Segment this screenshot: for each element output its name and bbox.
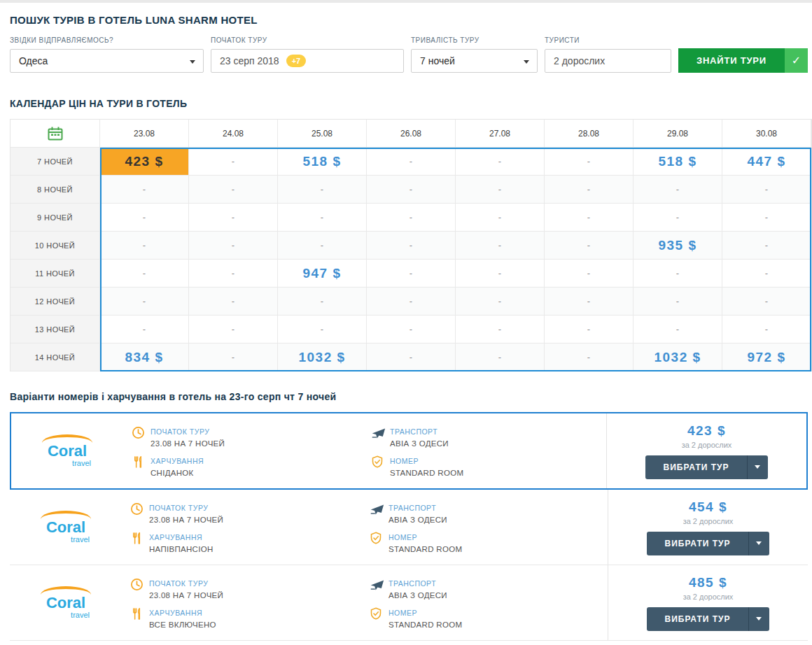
calendar-empty-cell: - [367, 204, 456, 232]
calendar-date-header[interactable]: 28.08 [545, 120, 634, 148]
price-box: 485 $ за 2 дорослих ВИБРАТИ ТУР [608, 565, 808, 640]
calendar-empty-cell: - [456, 316, 545, 343]
cutlery-icon [132, 455, 145, 469]
calendar-date-header[interactable]: 24.08 [189, 120, 278, 148]
operator-name: Coral [48, 444, 87, 459]
tourists-input[interactable] [545, 49, 671, 73]
calendar-row-label: 11 НОЧЕЙ [10, 260, 100, 288]
meal-item: ХАРЧУВАННЯ СНІДАНОК [132, 455, 371, 477]
calendar-row: 14 НОЧЕЙ834 $-1032 $---1032 $972 $ [10, 343, 811, 371]
calendar-empty-cell: - [278, 232, 367, 260]
select-tour-dropdown[interactable] [747, 455, 768, 479]
calendar-empty-cell: - [367, 316, 456, 343]
calendar-empty-cell: - [456, 176, 545, 204]
calendar-empty-cell: - [100, 316, 189, 343]
meal-label: ХАРЧУВАННЯ [149, 607, 216, 617]
price-box: 423 $ за 2 дорослих ВИБРАТИ ТУР [606, 413, 806, 488]
select-tour-button[interactable]: ВИБРАТИ ТУР [647, 532, 748, 555]
price-box: 454 $ за 2 дорослих ВИБРАТИ ТУР [608, 490, 808, 565]
checkmark-icon[interactable]: ✓ [785, 48, 808, 73]
calendar-empty-cell: - [100, 260, 189, 288]
tour-details: ПОЧАТОК ТУРУ 23.08 НА 7 НОЧЕЙ [122, 490, 608, 565]
calendar-empty-cell: - [456, 343, 545, 371]
submit-spacer [678, 36, 808, 43]
chevron-down-icon [756, 541, 762, 545]
calendar-price-cell[interactable]: 834 $ [100, 343, 189, 371]
transport-item: ТРАНСПОРТ АВІА З ОДЕСИ [370, 502, 462, 524]
tour-price-note: за 2 дорослих [683, 593, 734, 601]
meal-label: ХАРЧУВАННЯ [149, 532, 214, 541]
room-label: НОМЕР [388, 607, 462, 617]
select-tour-button[interactable]: ВИБРАТИ ТУР [647, 607, 748, 631]
clock-icon [130, 502, 144, 516]
calendar-price-cell[interactable]: 447 $ [722, 148, 811, 176]
meal-value: НАПІВПАНСІОН [149, 545, 214, 553]
calendar-price-cell[interactable]: 518 $ [634, 148, 722, 176]
calendar-date-header[interactable]: 27.08 [456, 120, 545, 148]
calendar-empty-cell: - [456, 148, 545, 176]
calendar-date-header[interactable]: 25.08 [278, 120, 367, 148]
calendar-empty-cell: - [545, 316, 634, 343]
calendar-price-cell[interactable]: 1032 $ [278, 343, 367, 371]
calendar-price-cell[interactable]: 947 $ [278, 260, 367, 288]
tourists-label: ТУРИСТИ [545, 36, 671, 44]
calendar-empty-cell: - [634, 260, 722, 288]
departure-select[interactable]: Одеса [10, 49, 204, 73]
calendar-empty-cell: - [100, 204, 189, 232]
calendar-price-cell[interactable]: 423 $ [100, 148, 189, 176]
select-tour-dropdown[interactable] [748, 532, 769, 555]
room-item: НОМЕР STANDARD ROOM [370, 607, 462, 629]
calendar-date-header[interactable]: 30.08 [722, 120, 811, 148]
options-title: Варіанти номерів і харчування в готель н… [10, 391, 812, 402]
chevron-down-icon [756, 617, 762, 621]
find-tours-label[interactable]: ЗНАЙТИ ТУРИ [678, 48, 785, 73]
calendar-empty-cell: - [278, 176, 367, 204]
search-form: ЗВІДКИ ВІДПРАВЛЯЄМОСЬ? Одеса ПОЧАТОК ТУР… [10, 36, 808, 73]
meal-item: ХАРЧУВАННЯ НАПІВПАНСІОН [130, 532, 370, 553]
find-tours-button[interactable]: ЗНАЙТИ ТУРИ ✓ [678, 48, 808, 73]
tour-card: Coral travel [10, 490, 808, 565]
calendar-date-header[interactable]: 26.08 [367, 120, 456, 148]
departure-label: ЗВІДКИ ВІДПРАВЛЯЄМОСЬ? [10, 36, 204, 44]
select-tour-button[interactable]: ВИБРАТИ ТУР [645, 455, 746, 479]
meal-value: СНІДАНОК [150, 469, 204, 477]
calendar-date-header[interactable]: 23.08 [100, 120, 189, 148]
tour-start-value: 23.08 НА 7 НОЧЕЙ [149, 591, 223, 600]
plane-icon [371, 426, 384, 439]
calendar-empty-cell: - [189, 204, 278, 232]
tour-card: Coral travel [10, 565, 808, 641]
calendar-row-label: 7 НОЧЕЙ [10, 148, 100, 176]
calendar-empty-cell: - [545, 204, 634, 232]
calendar-icon-cell[interactable] [10, 120, 100, 148]
clock-icon [132, 426, 145, 439]
select-tour-button-group: ВИБРАТИ ТУР [645, 455, 767, 479]
calendar-body: 7 НОЧЕЙ423 $-518 $---518 $447 $8 НОЧЕЙ--… [10, 148, 811, 371]
calendar-price-cell[interactable]: 935 $ [634, 232, 722, 260]
chevron-down-icon [190, 60, 195, 64]
tour-details: ПОЧАТОК ТУРУ 23.08 НА 7 НОЧЕЙ [122, 565, 608, 640]
start-date-field[interactable]: 23 серп 2018 +7 [211, 49, 404, 73]
calendar-row: 13 НОЧЕЙ-------- [10, 316, 811, 343]
calendar-empty-cell: - [189, 148, 278, 176]
calendar-price-cell[interactable]: 1032 $ [634, 343, 722, 371]
calendar-empty-cell: - [456, 204, 545, 232]
select-tour-button-group: ВИБРАТИ ТУР [647, 532, 769, 555]
tour-start-value: 23.08 НА 7 НОЧЕЙ [149, 516, 223, 524]
select-tour-dropdown[interactable] [748, 607, 769, 631]
calendar-price-cell[interactable]: 972 $ [722, 343, 811, 371]
calendar-icon [48, 127, 63, 141]
calendar-empty-cell: - [100, 288, 189, 316]
tour-card: Coral travel [10, 412, 808, 490]
calendar-date-header[interactable]: 29.08 [634, 120, 722, 148]
duration-select[interactable]: 7 ночей [411, 49, 538, 73]
meal-value: ВСЕ ВКЛЮЧЕНО [149, 621, 216, 629]
calendar-row: 9 НОЧЕЙ-------- [10, 204, 811, 232]
operator-subname: travel [71, 611, 90, 619]
clock-icon [130, 578, 144, 591]
flex-days-badge[interactable]: +7 [286, 55, 307, 67]
duration-label: ТРИВАЛІСТЬ ТУРУ [411, 36, 538, 44]
start-date-label: ПОЧАТОК ТУРУ [211, 36, 404, 44]
calendar-empty-cell: - [545, 148, 634, 176]
calendar-empty-cell: - [367, 260, 456, 288]
calendar-price-cell[interactable]: 518 $ [278, 148, 367, 176]
